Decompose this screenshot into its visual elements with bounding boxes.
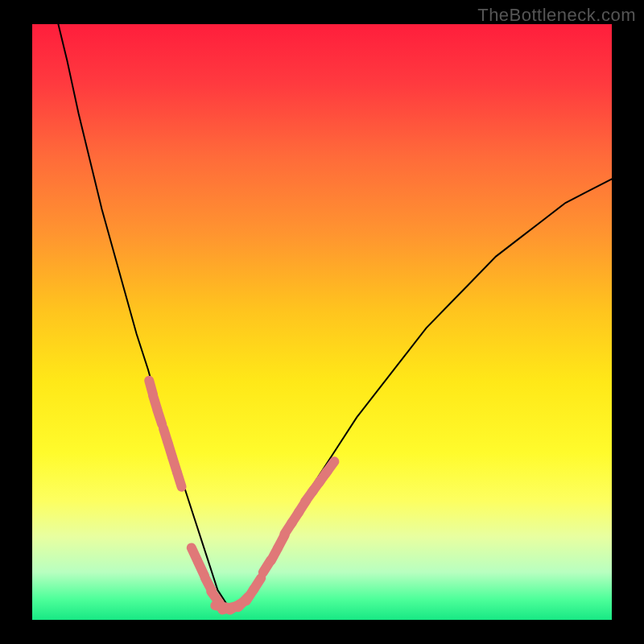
curve-marker [177,473,181,487]
chart-frame: { "watermark": "TheBottleneck.com", "col… [0,0,644,644]
curve-marker [158,411,163,424]
plot-background [32,24,612,620]
bottleneck-chart [0,0,644,644]
curve-marker [326,461,335,473]
watermark-text: TheBottleneck.com [477,5,636,26]
curve-marker [254,578,262,590]
